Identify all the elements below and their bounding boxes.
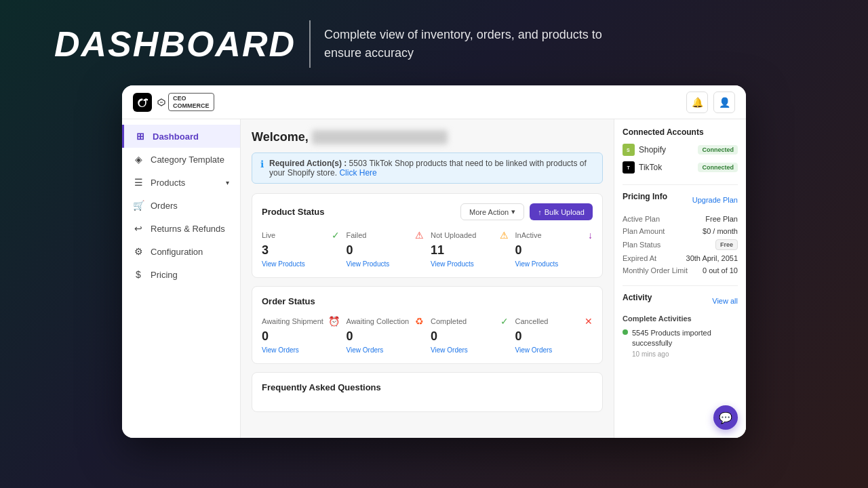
hero-title: DASHBOARD <box>54 24 296 64</box>
view-orders-awaiting-collection[interactable]: View Orders <box>347 346 425 354</box>
cancelled-icon: ✕ <box>585 316 593 327</box>
topbar-logo: CEO COMMERCE <box>133 93 214 112</box>
connected-accounts-title: Connected Accounts <box>623 127 738 137</box>
main-layout: ⊞ Dashboard ◈ Category Template ☰ Produc… <box>122 119 746 438</box>
orders-icon: 🛒 <box>133 200 144 211</box>
sidebar-item-label: Returns & Refunds <box>151 224 225 234</box>
more-action-button[interactable]: More Action ▾ <box>460 203 524 220</box>
hero-divider <box>309 20 311 68</box>
product-status-actions: More Action ▾ ↑ Bulk Upload <box>460 203 593 220</box>
activity-item: 5545 Products imported successfully 10 m… <box>623 328 738 358</box>
topbar-icons: 🔔 👤 <box>686 92 735 113</box>
order-status-grid: Awaiting Shipment ⏰ 0 View Orders Awaiti… <box>262 316 593 354</box>
failed-icon: ⚠ <box>415 230 424 241</box>
view-products-live[interactable]: View Products <box>262 260 340 268</box>
free-badge: Free <box>715 239 738 250</box>
connected-accounts-section: Connected Accounts S Shopify Connected <box>623 127 738 174</box>
chevron-down-icon: ▾ <box>226 179 229 186</box>
activity-section: Activity View all Complete Activities 55… <box>623 293 738 358</box>
view-products-inactive[interactable]: View Products <box>515 260 593 268</box>
shopify-connected-badge: Connected <box>698 145 738 155</box>
status-live: Live ✓ 3 View Products <box>262 230 340 268</box>
sidebar-item-category-template[interactable]: ◈ Category Template <box>122 148 240 171</box>
status-inactive: InActive ↓ 0 View Products <box>515 230 593 268</box>
sidebar-item-pricing[interactable]: $ Pricing <box>122 263 240 286</box>
order-status-title: Order Status <box>262 296 315 306</box>
hero-subtitle: Complete view of inventory, orders, and … <box>324 26 609 62</box>
notification-button[interactable]: 🔔 <box>686 92 708 113</box>
blurred-username <box>312 130 448 144</box>
sidebar-item-configuration[interactable]: ⚙ Configuration <box>122 240 240 263</box>
pricing-row-order-limit: Monthly Order Limit 0 out of 10 <box>623 266 738 274</box>
pricing-info-section: Pricing Info Upgrade Plan Active Plan Fr… <box>623 192 738 274</box>
panel-divider-2 <box>623 285 738 286</box>
sidebar: ⊞ Dashboard ◈ Category Template ☰ Produc… <box>122 119 241 438</box>
view-products-failed[interactable]: View Products <box>347 260 425 268</box>
sidebar-item-label: Pricing <box>151 270 178 280</box>
live-icon: ✓ <box>332 230 340 241</box>
upgrade-plan-link[interactable]: Upgrade Plan <box>692 196 738 204</box>
status-cancelled: Cancelled ✕ 0 View Orders <box>515 316 593 354</box>
activity-text: 5545 Products imported successfully <box>632 328 738 349</box>
svg-text:T: T <box>627 165 631 170</box>
alert-label: Required Action(s) : <box>269 159 347 168</box>
topbar: CEO COMMERCE 🔔 👤 <box>122 85 746 119</box>
user-profile-button[interactable]: 👤 <box>713 92 735 113</box>
activity-header: Activity View all <box>623 293 738 309</box>
inactive-icon: ↓ <box>588 230 593 241</box>
returns-icon: ↩ <box>133 223 144 234</box>
svg-text:S: S <box>627 148 630 152</box>
view-orders-awaiting-shipment[interactable]: View Orders <box>262 346 340 354</box>
tiktok-name: TikTok <box>639 163 662 172</box>
status-not-uploaded: Not Uploaded ⚠ 11 View Products <box>431 230 509 268</box>
sidebar-item-returns-refunds[interactable]: ↩ Returns & Refunds <box>122 217 240 240</box>
sidebar-item-label: Orders <box>151 201 178 211</box>
bulk-upload-button[interactable]: ↑ Bulk Upload <box>530 203 593 220</box>
alert-click-here-link[interactable]: Click Here <box>339 168 376 178</box>
shopify-logo: S <box>623 144 635 156</box>
pricing-row-expired-at: Expired At 30th April, 2051 <box>623 254 738 262</box>
status-awaiting-collection: Awaiting Collection ♻ 0 View Orders <box>347 316 425 354</box>
shopify-name: Shopify <box>639 145 666 155</box>
sidebar-item-label: Category Template <box>151 155 224 165</box>
app-window: CEO COMMERCE 🔔 👤 ⊞ Dashboard ◈ <box>122 85 746 438</box>
order-status-header: Order Status <box>262 296 593 306</box>
view-orders-completed[interactable]: View Orders <box>431 346 509 354</box>
pricing-row-plan-status: Plan Status Free <box>623 239 738 250</box>
status-completed: Completed ✓ 0 View Orders <box>431 316 509 354</box>
status-failed: Failed ⚠ 0 View Products <box>347 230 425 268</box>
shopify-account: S Shopify Connected <box>623 144 738 156</box>
dashboard-icon: ⊞ <box>135 131 146 142</box>
upload-icon: ↑ <box>538 208 542 216</box>
sidebar-item-dashboard[interactable]: ⊞ Dashboard <box>122 125 240 148</box>
activity-title: Activity <box>623 293 652 302</box>
view-all-link[interactable]: View all <box>712 297 738 305</box>
awaiting-collection-icon: ♻ <box>415 316 424 327</box>
tiktok-account-info: T TikTok <box>623 161 662 174</box>
shopify-account-info: S Shopify <box>623 144 666 156</box>
alert-banner: ℹ Required Action(s) : 5503 TikTok Shop … <box>252 152 603 184</box>
chat-icon: 💬 <box>719 411 732 424</box>
hero-header: DASHBOARD Complete view of inventory, or… <box>14 14 854 75</box>
products-icon: ☰ <box>133 177 144 188</box>
activity-time: 10 mins ago <box>632 350 738 358</box>
faq-header: Frequently Asked Questions <box>262 382 593 392</box>
view-orders-cancelled[interactable]: View Orders <box>515 346 593 354</box>
pricing-icon: $ <box>133 269 144 280</box>
panel-divider-1 <box>623 184 738 185</box>
pricing-row-plan-amount: Plan Amount $0 / month <box>623 227 738 235</box>
configuration-icon: ⚙ <box>133 246 144 257</box>
sidebar-item-products[interactable]: ☰ Products ▾ <box>122 171 240 194</box>
product-status-card: Product Status More Action ▾ ↑ Bulk Uplo… <box>252 193 603 278</box>
chevron-down-icon: ▾ <box>511 207 515 216</box>
view-products-not-uploaded[interactable]: View Products <box>431 260 509 268</box>
ceocommerce-badge: CEO COMMERCE <box>168 93 214 112</box>
sidebar-item-orders[interactable]: 🛒 Orders <box>122 194 240 217</box>
sidebar-item-label: Products <box>151 178 185 188</box>
chat-bubble-button[interactable]: 💬 <box>713 405 738 430</box>
product-status-grid: Live ✓ 3 View Products Failed ⚠ 0 <box>262 230 593 268</box>
tiktok-app-icon <box>133 93 152 112</box>
product-status-header: Product Status More Action ▾ ↑ Bulk Uplo… <box>262 203 593 220</box>
tiktok-connected-badge: Connected <box>698 163 738 172</box>
ceo-commerce-logo-shape <box>157 98 165 106</box>
